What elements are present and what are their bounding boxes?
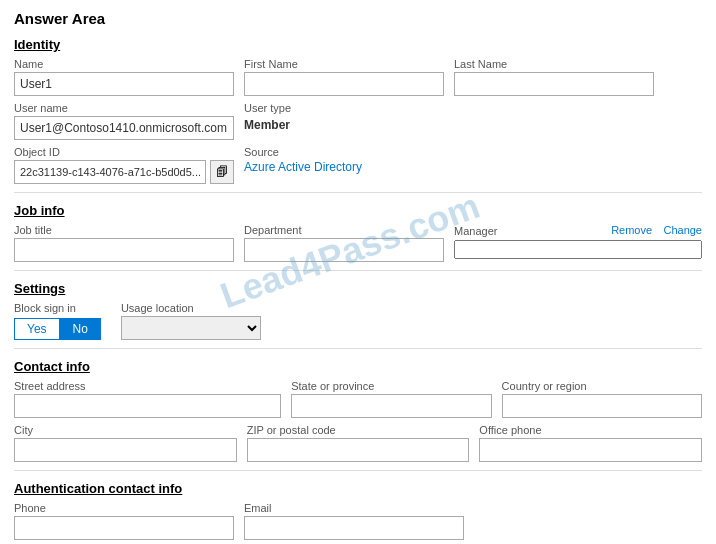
zip-postal-label: ZIP or postal code [247, 424, 470, 436]
phone-input[interactable] [14, 516, 234, 540]
state-province-label: State or province [291, 380, 491, 392]
phone-label: Phone [14, 502, 234, 514]
block-sign-in-label: Block sign in [14, 302, 101, 314]
first-name-input[interactable] [244, 72, 444, 96]
city-label: City [14, 424, 237, 436]
usage-location-select[interactable] [121, 316, 261, 340]
street-address-label: Street address [14, 380, 281, 392]
username-label: User name [14, 102, 234, 114]
city-input[interactable] [14, 438, 237, 462]
settings-section-title: Settings [14, 281, 702, 296]
state-province-input[interactable] [291, 394, 491, 418]
manager-input[interactable] [454, 240, 702, 259]
department-input[interactable] [244, 238, 444, 262]
name-input[interactable] [14, 72, 234, 96]
name-label: Name [14, 58, 234, 70]
country-region-input[interactable] [502, 394, 702, 418]
source-label: Source [244, 146, 444, 158]
identity-section-title: Identity [14, 37, 702, 52]
office-phone-input[interactable] [479, 438, 702, 462]
first-name-label: First Name [244, 58, 444, 70]
user-type-label: User type [244, 102, 444, 114]
job-title-label: Job title [14, 224, 234, 236]
no-button[interactable]: No [60, 318, 101, 340]
contact-info-section-title: Contact info [14, 359, 702, 374]
remove-manager-link[interactable]: Remove [611, 224, 652, 238]
source-link[interactable]: Azure Active Directory [244, 160, 444, 174]
street-address-input[interactable] [14, 394, 281, 418]
zip-postal-input[interactable] [247, 438, 470, 462]
page-title: Answer Area [14, 10, 702, 27]
yes-button[interactable]: Yes [14, 318, 60, 340]
identity-section: Identity Name First Name Last Name User … [14, 37, 702, 184]
email-label: Email [244, 502, 464, 514]
settings-section: Settings Block sign in Yes No Usage loca… [14, 281, 702, 340]
country-region-label: Country or region [502, 380, 702, 392]
department-label: Department [244, 224, 444, 236]
last-name-label: Last Name [454, 58, 654, 70]
usage-location-label: Usage location [121, 302, 261, 314]
object-id-input[interactable] [14, 160, 206, 184]
copy-icon: 🗐 [216, 165, 228, 179]
email-input[interactable] [244, 516, 464, 540]
object-id-label: Object ID [14, 146, 234, 158]
auth-contact-info-section-title: Authentication contact info [14, 481, 702, 496]
job-info-section-title: Job info [14, 203, 702, 218]
username-input[interactable] [14, 116, 234, 140]
job-info-section: Job info Job title Department Manager Re… [14, 203, 702, 262]
contact-info-section: Contact info Street address State or pro… [14, 359, 702, 462]
manager-label: Manager [454, 225, 497, 237]
user-type-value: Member [244, 118, 444, 132]
office-phone-label: Office phone [479, 424, 702, 436]
auth-contact-info-section: Authentication contact info Phone Email … [14, 481, 702, 544]
last-name-input[interactable] [454, 72, 654, 96]
job-title-input[interactable] [14, 238, 234, 262]
copy-object-id-button[interactable]: 🗐 [210, 160, 234, 184]
change-manager-link[interactable]: Change [663, 224, 702, 238]
